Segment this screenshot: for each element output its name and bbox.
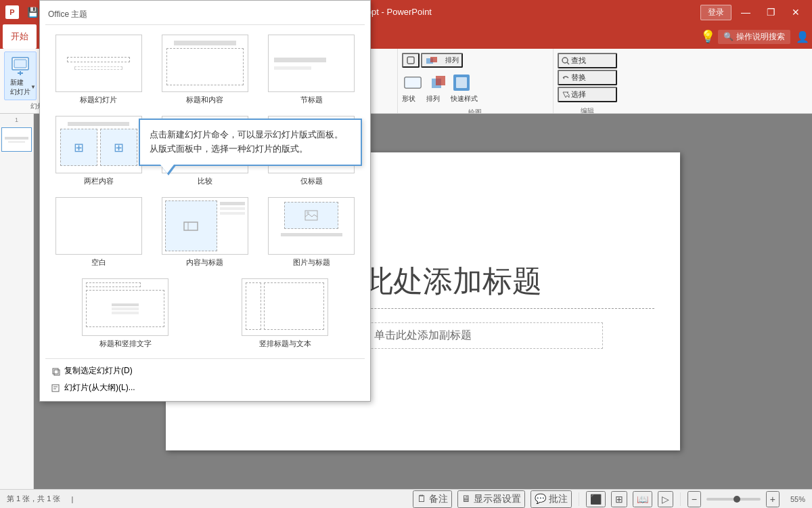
shape-icon <box>402 72 424 93</box>
menu-bar-right: 💡 🔍 操作说明搜索 👤 <box>700 24 809 49</box>
search-icon: 🔍 <box>723 32 734 41</box>
layout-label-pic-caption: 图片与标题 <box>293 257 330 268</box>
layout-label-content-caption: 内容与标题 <box>186 257 223 268</box>
svg-rect-16 <box>405 77 421 88</box>
status-sep: | <box>71 495 73 503</box>
slide-count-label: 第 1 张，共 1 张 <box>7 494 60 504</box>
layout-thumb-content-caption <box>162 197 248 255</box>
edit-group-label: 编辑 <box>558 105 617 114</box>
slide-from-outline-item[interactable]: 幻灯片(从大纲)(L)... <box>45 380 365 396</box>
layout-label-title-only: 仅标题 <box>300 176 323 186</box>
arrange-icon <box>426 72 448 93</box>
layout-thumb-title-slide <box>55 35 142 92</box>
replace-button[interactable]: 替换 <box>558 70 617 85</box>
search-box[interactable]: 🔍 操作说明搜索 <box>718 30 790 44</box>
slideshow-button[interactable]: ▷ <box>658 491 673 507</box>
user-icon: 👤 <box>796 30 809 43</box>
quick-styles-col: 快速样式 <box>451 72 478 104</box>
layout-thumb-two-content: ⊞ ⊞ <box>55 116 142 173</box>
login-button[interactable]: 登录 <box>700 5 731 20</box>
zoom-slider[interactable] <box>706 498 761 501</box>
slide-sorter-button[interactable]: ⊞ <box>611 491 627 507</box>
layout-item-title-slide[interactable]: 标题幻灯片 <box>48 32 149 108</box>
layout-item-content-caption[interactable]: 内容与标题 <box>154 194 255 270</box>
layout-label-blank: 空白 <box>91 257 106 268</box>
normal-view-button[interactable]: ⬛ <box>586 491 606 507</box>
layout-grid-row3: 空白 内容与标题 <box>45 192 365 273</box>
layout-item-blank[interactable]: 空白 <box>48 194 149 270</box>
zoom-level-label: 55% <box>785 495 805 503</box>
new-slide-dropdown-arrow[interactable]: ▼ <box>30 84 36 90</box>
svg-point-21 <box>562 58 568 63</box>
svg-rect-23 <box>184 222 198 230</box>
layout-thumb-pic-caption <box>268 197 355 255</box>
layout-item-vert-title[interactable]: 竖排标题与文本 <box>208 276 362 352</box>
svg-rect-20 <box>456 77 467 88</box>
select-button[interactable]: 选择 <box>558 87 617 102</box>
close-button[interactable]: ✕ <box>785 4 807 20</box>
layout-thumb-vert-title <box>242 278 328 336</box>
shape-col: 形状 <box>402 72 424 104</box>
slide-thumbnail-1[interactable] <box>1 127 32 152</box>
display-settings-button[interactable]: 🖥 显示器设置 <box>457 490 525 508</box>
main-area: 1 Office 主题 标题幻灯片 <box>0 114 812 489</box>
slide-number-label: 1 <box>0 114 33 126</box>
comments-button[interactable]: 💬 批注 <box>531 490 572 508</box>
shape-button[interactable] <box>402 53 420 68</box>
minimize-button[interactable]: — <box>734 4 757 20</box>
layout-grid-row4: 标题和竖排文字 竖排标题与文本 <box>45 273 365 354</box>
restore-button[interactable]: ❐ <box>760 4 782 20</box>
status-sep3 <box>680 492 681 506</box>
layout-item-pic-caption[interactable]: 图片与标题 <box>261 194 362 270</box>
layout-label-vert-title: 竖排标题与文本 <box>259 339 311 349</box>
search-label: 操作说明搜索 <box>736 31 785 43</box>
zoom-out-button[interactable]: − <box>687 491 701 507</box>
comments-icon: 💬 <box>535 493 546 504</box>
tooltip-text: 点击新建幻灯片命令，可以显示幻灯片版式面板。从版式面板中，选择一种幻灯片的版式。 <box>150 129 343 154</box>
new-slide-icon <box>9 55 31 77</box>
svg-line-22 <box>567 62 569 64</box>
app-icon: P <box>5 5 19 19</box>
svg-rect-1 <box>14 60 26 68</box>
layout-label-title-slide: 标题幻灯片 <box>80 95 117 105</box>
slides-panel: 1 <box>0 114 34 489</box>
display-icon: 🖥 <box>461 493 471 504</box>
new-slide-button[interactable]: 新建幻灯片 ▼ <box>4 51 37 100</box>
zoom-in-button[interactable]: + <box>766 491 780 507</box>
reading-view-button[interactable]: 📖 <box>633 491 652 507</box>
layout-label-title-content: 标题和内容 <box>186 95 223 105</box>
layout-thumb-section-header <box>268 35 355 92</box>
title-bar-right: 登录 — ❐ ✕ <box>700 4 807 20</box>
theme-header: Office 主题 <box>45 6 365 25</box>
svg-rect-29 <box>52 385 59 391</box>
layout-item-title-vert[interactable]: 标题和竖排文字 <box>48 276 202 352</box>
layout-item-two-content[interactable]: ⊞ ⊞ 两栏内容 <box>48 113 149 189</box>
status-bar-right: 🗒 备注 🖥 显示器设置 💬 批注 ⬛ ⊞ 📖 ▷ − + 55% <box>413 490 805 508</box>
arrange-button[interactable]: 排列 <box>421 53 463 68</box>
tooltip-box: 点击新建幻灯片命令，可以显示幻灯片版式面板。从版式面板中，选择一种幻灯片的版式。 <box>139 119 362 166</box>
layout-grid-row1: 标题幻灯片 标题和内容 <box>45 29 365 110</box>
slide-dropdown-panel: Office 主题 标题幻灯片 <box>39 0 371 402</box>
layout-thumb-blank <box>55 197 142 255</box>
status-sep2 <box>579 492 579 506</box>
tooltip-arrow-inner <box>160 165 174 173</box>
lightbulb-icon: 💡 <box>700 29 715 44</box>
layout-label-title-vert: 标题和竖排文字 <box>99 339 152 349</box>
ribbon-edit-group: 查找 替换 选择 编辑 <box>554 49 621 113</box>
quick-styles-icon <box>451 72 472 93</box>
notes-icon: 🗒 <box>417 493 426 504</box>
layout-item-title-content[interactable]: 标题和内容 <box>154 32 255 108</box>
layout-item-section-header[interactable]: 节标题 <box>261 32 362 108</box>
svg-point-26 <box>307 211 309 214</box>
dropdown-footer: 复制选定幻灯片(D) 幻灯片(从大纲)(L)... <box>45 358 365 396</box>
layout-label-section-header: 节标题 <box>300 95 323 105</box>
arrange-col: 排列 <box>426 72 448 104</box>
svg-rect-27 <box>53 368 58 374</box>
duplicate-slide-item[interactable]: 复制选定幻灯片(D) <box>45 363 365 379</box>
menu-item-start[interactable]: 开始 <box>3 24 37 49</box>
svg-rect-14 <box>430 57 437 62</box>
layout-thumb-title-vert <box>82 278 168 336</box>
svg-rect-18 <box>436 76 445 85</box>
find-button[interactable]: 查找 <box>558 53 617 68</box>
notes-button[interactable]: 🗒 备注 <box>413 490 452 508</box>
